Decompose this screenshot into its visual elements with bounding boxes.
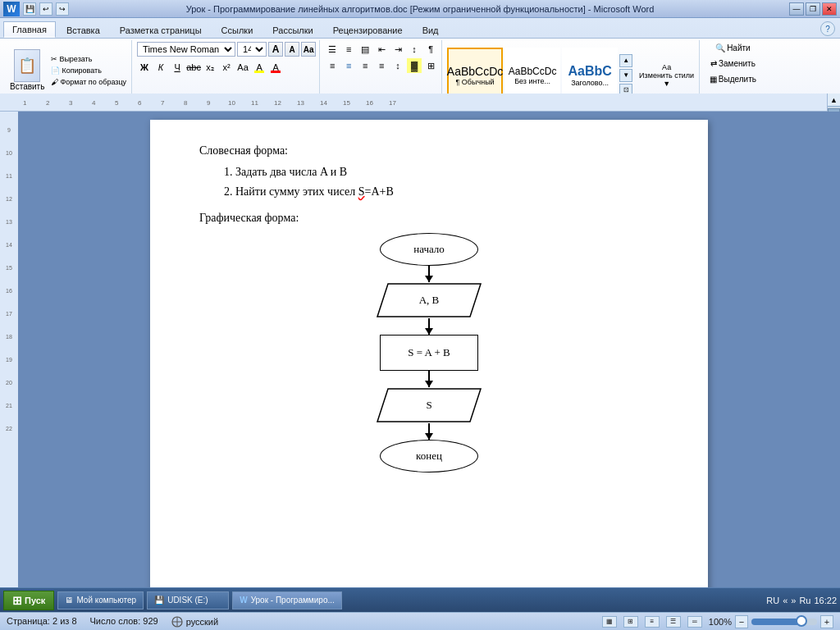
style-normal-label: ¶ Обычный (456, 78, 495, 86)
flowchart-input-text: A, B (376, 282, 482, 318)
bullets-button[interactable]: ☰ (325, 42, 340, 57)
font-color-button[interactable]: А (268, 60, 283, 75)
svg-text:17: 17 (6, 311, 12, 317)
taskbar-ru: Ru (799, 596, 810, 605)
zoom-in-button[interactable]: + (820, 615, 833, 628)
font-size-select[interactable]: 14 (237, 42, 267, 57)
scroll-up-button[interactable]: ▲ (828, 94, 840, 107)
increase-indent-button[interactable]: ⇥ (390, 42, 405, 57)
word-logo-icon[interactable]: W (3, 2, 20, 16)
underline-button[interactable]: Ч (170, 60, 185, 75)
window-title: Урок - Программирование линейных алгорит… (0, 4, 840, 14)
decrease-font-button[interactable]: A (285, 42, 299, 57)
language: русский (186, 617, 218, 627)
tab-home[interactable]: Главная (3, 21, 56, 38)
superscript-button[interactable]: x² (219, 60, 234, 75)
align-left-button[interactable]: ≡ (325, 58, 340, 73)
svg-text:11: 11 (6, 173, 12, 179)
ribbon-tabs: Главная Вставка Разметка страницы Ссылки… (0, 18, 840, 38)
tab-insert[interactable]: Вставка (57, 21, 109, 38)
font-top-row: Times New Roman 14 A A Aa (137, 42, 316, 57)
svg-text:10: 10 (6, 150, 12, 156)
cut-button[interactable]: ✂ Вырезать (49, 54, 128, 64)
svg-text:12: 12 (274, 99, 281, 107)
sort-button[interactable]: ↕ (407, 42, 422, 57)
view-outline-button[interactable]: ☰ (666, 616, 681, 628)
taskbar-lang: RU (766, 596, 779, 605)
select-button[interactable]: ▦ Выделить (708, 73, 758, 85)
view-print-button[interactable]: ▦ (602, 616, 617, 628)
change-styles-button[interactable]: Аа Изменить стили ▼ (637, 62, 696, 89)
clear-format-button[interactable]: Aa (301, 42, 316, 57)
minimize-button[interactable]: — (789, 2, 804, 16)
help-icon[interactable]: ? (820, 21, 835, 36)
tab-review[interactable]: Рецензирование (324, 21, 412, 38)
taskbar-time: 16:22 (814, 596, 837, 605)
taskbar-my-computer[interactable]: 🖥 Мой компьютер (57, 591, 144, 609)
format-painter-button[interactable]: 🖌 Формат по образцу (49, 77, 128, 87)
undo-icon[interactable]: ↩ (39, 2, 52, 16)
align-center-button[interactable]: ≡ (341, 58, 356, 73)
svg-text:8: 8 (184, 99, 188, 107)
paste-button[interactable]: 📋 Вставить (7, 48, 48, 93)
view-fullscreen-button[interactable]: ⊞ (623, 616, 638, 628)
svg-text:15: 15 (6, 265, 12, 271)
show-paragraph-button[interactable]: ¶ (423, 42, 438, 57)
increase-font-button[interactable]: A (268, 42, 283, 57)
quick-save-icon[interactable]: 💾 (23, 2, 36, 16)
svg-text:6: 6 (138, 99, 142, 107)
window-controls: — ❐ ✕ (789, 2, 837, 16)
paragraph-controls: ☰ ≡ ▤ ⇤ ⇥ ↕ ¶ ≡ ≡ ≡ ≡ ↕ ▓ ⊞ (325, 42, 438, 98)
svg-text:14: 14 (320, 99, 327, 107)
tab-layout[interactable]: Разметка страницы (111, 21, 211, 38)
shading-button[interactable]: ▓ (407, 58, 422, 73)
close-button[interactable]: ✕ (822, 2, 837, 16)
numbering-button[interactable]: ≡ (341, 42, 356, 57)
font-name-select[interactable]: Times New Roman (137, 42, 235, 57)
justify-button[interactable]: ≡ (374, 58, 389, 73)
svg-text:4: 4 (92, 99, 96, 107)
italic-button[interactable]: К (153, 60, 168, 75)
paste-label: Вставить (10, 82, 44, 91)
borders-button[interactable]: ⊞ (423, 58, 438, 73)
find-button[interactable]: 🔍 Найти (714, 42, 752, 54)
zoom-out-button[interactable]: − (735, 615, 748, 628)
strikethrough-button[interactable]: abc (186, 60, 201, 75)
formula-a: A (371, 185, 379, 198)
flowchart-start: начало (380, 233, 478, 266)
document-page[interactable]: Словесная форма: 1. Задать два числа A и… (150, 120, 708, 587)
svg-text:21: 21 (6, 403, 12, 409)
tab-view[interactable]: Вид (413, 21, 448, 38)
line-spacing-button[interactable]: ↕ (390, 58, 405, 73)
horizontal-ruler: 123 456 789 101112 131415 1617 (0, 94, 827, 112)
bold-button[interactable]: Ж (137, 60, 152, 75)
highlight-button[interactable]: А (252, 60, 267, 75)
replace-button[interactable]: ⇄ Заменить (709, 57, 757, 70)
taskbar-word[interactable]: W Урок - Программиро... (232, 591, 342, 609)
vertical-ruler: 9 10 11 12 13 14 15 16 17 18 19 20 21 22 (0, 112, 18, 587)
styles-scroll-up[interactable]: ▲ ▼ ⊡ (619, 54, 632, 97)
taskbar: ⊞ Пуск 🖥 Мой компьютер 💾 UDISK (E:) W Ур… (0, 587, 840, 612)
taskbar-udisk[interactable]: 💾 UDISK (E:) (147, 591, 229, 609)
flow-arrow-4 (428, 423, 430, 440)
start-button[interactable]: ⊞ Пуск (3, 591, 54, 610)
copy-button[interactable]: 📄 Копировать (49, 66, 128, 75)
zoom-slider[interactable] (751, 619, 817, 625)
restore-button[interactable]: ❐ (806, 2, 820, 16)
tab-mailings[interactable]: Рассылки (263, 21, 322, 38)
style-normal-preview: AaBbCcDc (447, 65, 503, 78)
font-case-button[interactable]: Аа (235, 60, 250, 75)
decrease-indent-button[interactable]: ⇤ (374, 42, 389, 57)
multilevel-button[interactable]: ▤ (358, 42, 372, 57)
flowchart-process: S = A + B (380, 335, 478, 371)
align-right-button[interactable]: ≡ (358, 58, 372, 73)
redo-icon[interactable]: ↪ (56, 2, 69, 16)
view-draft-button[interactable]: ═ (687, 616, 702, 628)
svg-text:1: 1 (23, 99, 27, 107)
item2: 2. Найти сумму этих чисел S=A+B (224, 185, 659, 199)
subscript-button[interactable]: x₂ (203, 60, 217, 75)
view-reading-button[interactable]: ≡ (645, 616, 660, 628)
tab-references[interactable]: Ссылки (212, 21, 262, 38)
svg-text:16: 16 (366, 99, 373, 107)
paragraph-bottom-row: ≡ ≡ ≡ ≡ ↕ ▓ ⊞ (325, 58, 438, 73)
